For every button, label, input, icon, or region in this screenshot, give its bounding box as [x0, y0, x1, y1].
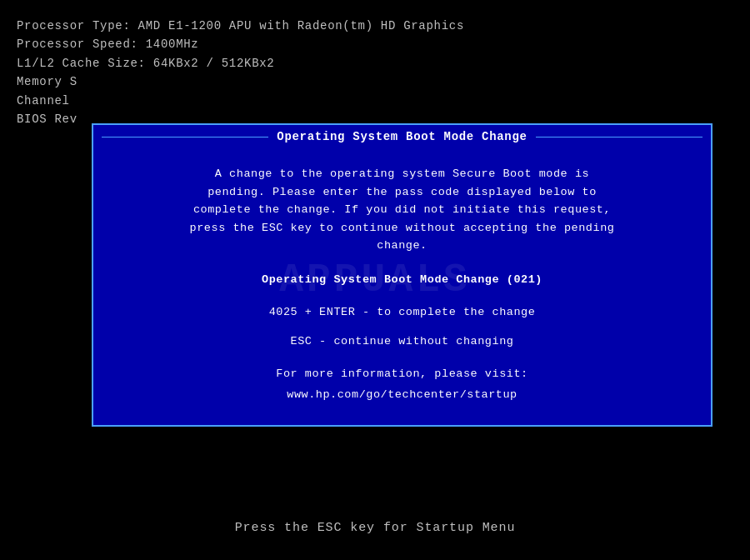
bios-screen: Processor Type: AMD E1-1200 APU with Rad… [0, 0, 750, 560]
mode-label: Operating System Boot Mode Change (021) [118, 272, 686, 289]
info-url: www.hp.com/go/techcenter/startup [118, 387, 686, 404]
enter-instruction: 4025 + ENTER - to complete the change [118, 304, 686, 322]
dialog-title: Operating System Boot Mode Change [268, 130, 535, 143]
processor-type-line: Processor Type: AMD E1-1200 APU with Rad… [17, 17, 733, 35]
dialog-body: A change to the operating system Secure … [93, 148, 711, 425]
info-label: For more information, please visit: [118, 366, 686, 383]
dialog-description: A change to the operating system Secure … [118, 165, 686, 255]
bottom-bar: Press the ESC key for Startup Menu [0, 521, 750, 535]
memory-line: Memory S [17, 72, 733, 91]
boot-mode-dialog: Operating System Boot Mode Change A chan… [92, 123, 712, 427]
processor-speed-line: Processor Speed: 1400MHz [17, 35, 733, 53]
dialog-title-bar: Operating System Boot Mode Change [93, 125, 711, 148]
cache-size-line: L1/L2 Cache Size: 64KBx2 / 512KBx2 [17, 54, 733, 72]
esc-instruction: ESC - continue without changing [118, 333, 686, 351]
channel-line: Channel [17, 92, 733, 110]
top-info: Processor Type: AMD E1-1200 APU with Rad… [0, 0, 750, 128]
